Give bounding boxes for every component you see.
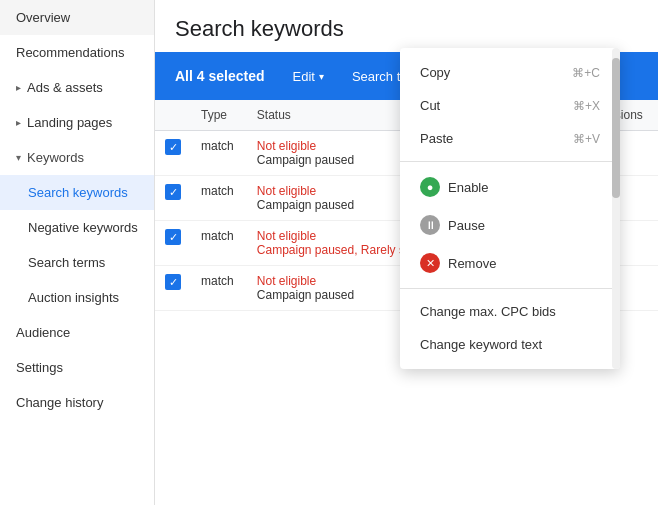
sidebar-item-overview[interactable]: Overview — [0, 0, 154, 35]
row-type-1: match — [191, 131, 247, 176]
checkbox-checked[interactable] — [165, 274, 181, 290]
paste-label: Paste — [420, 131, 453, 146]
status-detail: Campaign paused — [257, 153, 354, 167]
menu-item-remove[interactable]: ✕ Remove — [400, 244, 620, 282]
col-type: Type — [191, 100, 247, 131]
sidebar-item-search-keywords[interactable]: Search keywords — [0, 175, 154, 210]
remove-icon: ✕ — [420, 253, 440, 273]
sidebar-item-auction-insights[interactable]: Auction insights — [0, 280, 154, 315]
row-type-4: match — [191, 266, 247, 311]
status-detail: Campaign paused — [257, 288, 354, 302]
sidebar-item-label: Audience — [16, 325, 70, 340]
cut-shortcut: ⌘+X — [573, 99, 600, 113]
sidebar-item-label: Ads & assets — [27, 80, 103, 95]
scrollbar-thumb[interactable] — [612, 58, 620, 198]
checkbox-checked[interactable] — [165, 184, 181, 200]
col-checkbox — [155, 100, 191, 131]
remove-with-icon: ✕ Remove — [420, 253, 496, 273]
sidebar-item-label: Auction insights — [28, 290, 119, 305]
row-type-2: match — [191, 176, 247, 221]
status-not-eligible: Not eligible — [257, 274, 316, 288]
sidebar-item-settings[interactable]: Settings — [0, 350, 154, 385]
pause-label: Pause — [448, 218, 485, 233]
selected-count-button[interactable]: All 4 selected — [163, 62, 277, 90]
copy-shortcut: ⌘+C — [572, 66, 600, 80]
row-type-3: match — [191, 221, 247, 266]
chevron-icon: ▸ — [16, 117, 21, 128]
sidebar-item-negative-keywords[interactable]: Negative keywords — [0, 210, 154, 245]
page-title: Search keywords — [155, 0, 658, 52]
sidebar-item-ads-assets[interactable]: ▸ Ads & assets — [0, 70, 154, 105]
sidebar-item-audience[interactable]: Audience — [0, 315, 154, 350]
scrollbar-track[interactable] — [612, 48, 620, 369]
sidebar-item-recommendations[interactable]: Recommendations — [0, 35, 154, 70]
menu-item-copy[interactable]: Copy ⌘+C — [400, 56, 620, 89]
menu-item-paste[interactable]: Paste ⌘+V — [400, 122, 620, 155]
main-content: Search keywords All 4 selected Edit ▾ Se… — [155, 0, 658, 505]
checkbox-checked[interactable] — [165, 229, 181, 245]
chevron-icon: ▾ — [16, 152, 21, 163]
divider-1 — [400, 161, 620, 162]
enable-label: Enable — [448, 180, 488, 195]
menu-item-enable[interactable]: ● Enable — [400, 168, 620, 206]
menu-item-change-cpc[interactable]: Change max. CPC bids — [400, 295, 620, 328]
sidebar-item-label: Landing pages — [27, 115, 112, 130]
sidebar-item-label: Negative keywords — [28, 220, 138, 235]
row-checkbox-3[interactable] — [155, 221, 191, 266]
sidebar-item-change-history[interactable]: Change history — [0, 385, 154, 420]
paste-shortcut: ⌘+V — [573, 132, 600, 146]
dropdown-panel: Copy ⌘+C Cut ⌘+X Paste ⌘+V ● Enable ⏸ — [400, 48, 620, 369]
row-checkbox-4[interactable] — [155, 266, 191, 311]
copy-label: Copy — [420, 65, 450, 80]
sidebar-item-label: Change history — [16, 395, 103, 410]
sidebar-item-label: Keywords — [27, 150, 84, 165]
status-not-eligible: Not eligible — [257, 229, 316, 243]
status-detail: Campaign paused — [257, 198, 354, 212]
status-not-eligible: Not eligible — [257, 139, 316, 153]
checkbox-checked[interactable] — [165, 139, 181, 155]
menu-item-cut[interactable]: Cut ⌘+X — [400, 89, 620, 122]
sidebar: Overview Recommendations ▸ Ads & assets … — [0, 0, 155, 505]
cut-label: Cut — [420, 98, 440, 113]
sidebar-item-label: Overview — [16, 10, 70, 25]
enable-icon: ● — [420, 177, 440, 197]
sidebar-item-label: Settings — [16, 360, 63, 375]
edit-label: Edit — [293, 69, 315, 84]
edit-dropdown-arrow: ▾ — [319, 71, 324, 82]
sidebar-item-label: Recommendations — [16, 45, 124, 60]
sidebar-item-label: Search keywords — [28, 185, 128, 200]
divider-2 — [400, 288, 620, 289]
sidebar-item-landing-pages[interactable]: ▸ Landing pages — [0, 105, 154, 140]
pause-with-icon: ⏸ Pause — [420, 215, 485, 235]
enable-with-icon: ● Enable — [420, 177, 488, 197]
sidebar-item-keywords[interactable]: ▾ Keywords — [0, 140, 154, 175]
remove-label: Remove — [448, 256, 496, 271]
row-checkbox-1[interactable] — [155, 131, 191, 176]
pause-icon: ⏸ — [420, 215, 440, 235]
menu-item-pause[interactable]: ⏸ Pause — [400, 206, 620, 244]
status-not-eligible: Not eligible — [257, 184, 316, 198]
chevron-icon: ▸ — [16, 82, 21, 93]
sidebar-item-label: Search terms — [28, 255, 105, 270]
sidebar-item-search-terms[interactable]: Search terms — [0, 245, 154, 280]
edit-button[interactable]: Edit ▾ — [281, 63, 336, 90]
row-checkbox-2[interactable] — [155, 176, 191, 221]
menu-item-change-keyword[interactable]: Change keyword text — [400, 328, 620, 361]
